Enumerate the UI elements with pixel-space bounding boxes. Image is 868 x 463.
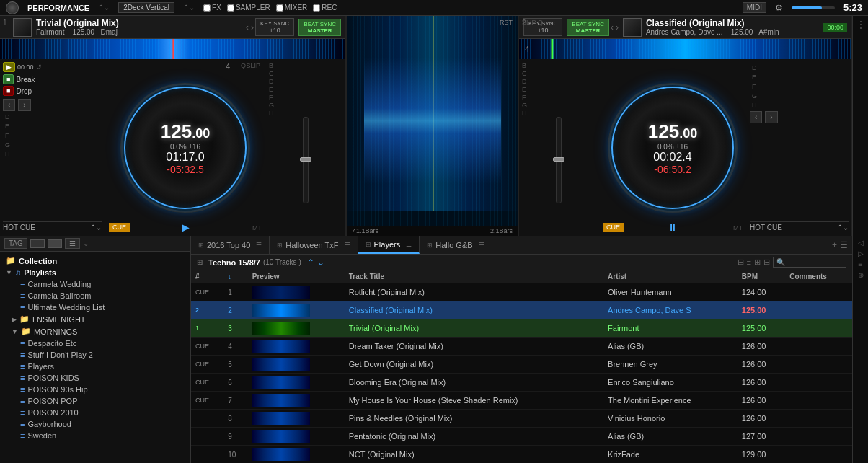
list-view-btn2[interactable]: ≡ bbox=[747, 258, 751, 267]
table-row[interactable]: CUE 1 Rotlicht (Original Mix) Oliver Hun… bbox=[191, 283, 852, 301]
deck2-hot-cue-arrows[interactable]: ⌃⌄ bbox=[837, 224, 849, 232]
deck1-cue1-btn[interactable]: ▶ bbox=[3, 62, 15, 72]
rs-icon2[interactable]: ▷ bbox=[858, 250, 864, 257]
gear-icon[interactable]: ⚙ bbox=[775, 3, 783, 13]
deck1-play-button[interactable]: ▶ bbox=[182, 221, 190, 233]
sidebar-item-gayborhood[interactable]: ≡ Gayborhood bbox=[0, 418, 190, 430]
volume-bar[interactable] bbox=[792, 6, 835, 9]
deck2-title: Classified (Original Mix) bbox=[646, 18, 824, 28]
sidebar-list-btn[interactable]: ☰ bbox=[65, 238, 80, 249]
table-row[interactable]: 10 NCT (Original Mix) KrizFade 129.00 bbox=[191, 446, 852, 464]
sidebar-item-carmela-wedding[interactable]: ≡ Carmela Wedding bbox=[0, 278, 190, 290]
row2-num: 2 bbox=[223, 301, 248, 319]
sidebar-item-carmela-ballroom[interactable]: ≡ Carmela Ballroom bbox=[0, 290, 190, 301]
deck1-break-cue[interactable]: ■ bbox=[3, 74, 14, 84]
deck1-nav-right[interactable]: › bbox=[18, 99, 30, 111]
list-view-btn1[interactable]: ⊟ bbox=[738, 257, 744, 267]
col-comments[interactable]: Comments bbox=[785, 270, 852, 283]
rst-label[interactable]: RST bbox=[500, 19, 513, 26]
deck1-next-arrow[interactable]: › bbox=[251, 22, 254, 32]
table-row[interactable]: CUE 4 Dream Taker (Original Mix) Alias (… bbox=[191, 338, 852, 356]
col-sort-arrow[interactable]: ↓ bbox=[223, 270, 248, 283]
row7-bpm: 126.00 bbox=[738, 392, 785, 410]
sidebar-item-poison-pop[interactable]: ≡ POISON POP bbox=[0, 395, 190, 407]
deck1-nav-left[interactable]: ‹ bbox=[3, 99, 15, 111]
sort-up-icon[interactable]: ⌃ bbox=[307, 257, 314, 268]
col-bpm[interactable]: BPM bbox=[738, 270, 785, 283]
deck2-prev-arrow[interactable]: ‹ bbox=[611, 22, 614, 32]
sidebar-item-mornings[interactable]: ▼ 📁 MORNINGS bbox=[0, 325, 190, 338]
sidebar-collection[interactable]: 📁 Collection bbox=[0, 255, 190, 267]
table-row[interactable]: CUE 5 Get Down (Original Mix) Brennen Gr… bbox=[191, 356, 852, 374]
col-title[interactable]: Track Title bbox=[345, 270, 603, 283]
deck1-prev-arrow[interactable]: ‹ bbox=[246, 22, 249, 32]
list-view-btn4[interactable]: ⊟ bbox=[763, 257, 770, 267]
deck-select-arrows[interactable]: ⌃⌄ bbox=[183, 4, 195, 12]
sidebar-item-players[interactable]: ≡ Players bbox=[0, 361, 190, 372]
table-row[interactable]: 9 Pentatonic (Original Mix) Alias (GB) 1… bbox=[191, 428, 852, 446]
fx-checkbox[interactable]: FX bbox=[203, 4, 221, 12]
tab-hallo-gb[interactable]: ⊞ Hallo G&B ☰ bbox=[420, 236, 492, 254]
deck2-nav-left[interactable]: ‹ bbox=[750, 111, 762, 123]
deck1-cue-button[interactable]: CUE bbox=[109, 223, 130, 232]
list-view-btn3[interactable]: ⊞ bbox=[754, 257, 761, 267]
midi-button[interactable]: MIDI bbox=[743, 2, 766, 13]
tabs-menu-btn[interactable]: ☰ bbox=[840, 240, 848, 250]
tabs-add-btn[interactable]: + bbox=[832, 240, 837, 250]
tab-halloween[interactable]: ⊞ Halloween TxF ☰ bbox=[270, 236, 358, 254]
deck2-nav-right[interactable]: › bbox=[765, 111, 777, 123]
row5-num: 5 bbox=[223, 356, 248, 374]
tab-players-close[interactable]: ☰ bbox=[406, 241, 412, 248]
search-input[interactable] bbox=[785, 258, 843, 266]
deck1-key-e: E bbox=[3, 122, 102, 131]
sidebar-item-poison-2010[interactable]: ≡ POISON 2010 bbox=[0, 407, 190, 418]
decks-sidebar-icon[interactable]: ⋮ bbox=[856, 19, 866, 30]
deck-select-label[interactable]: 2Deck Vertical bbox=[118, 2, 174, 13]
table-row[interactable]: 8 Pins & Needles (Original Mix) Vinicius… bbox=[191, 410, 852, 428]
sidebar-item-despacito[interactable]: ≡ Despacito Etc bbox=[0, 338, 190, 349]
deck1-beat-sync[interactable]: BEAT SYNC MASTER bbox=[298, 19, 341, 36]
rs-icon1[interactable]: ◁ bbox=[858, 239, 864, 247]
tab-halloween-close[interactable]: ☰ bbox=[345, 242, 350, 249]
mixer-checkbox[interactable]: MIXER bbox=[276, 4, 308, 12]
tab-hallo-close[interactable]: ☰ bbox=[479, 242, 484, 249]
table-row[interactable]: 2 2 Classified (Original Mix) Andres Cam… bbox=[191, 301, 852, 319]
deck2-beat-sync[interactable]: BEAT SYNC MASTER bbox=[567, 19, 609, 36]
deck1-hot-cue-arrows[interactable]: ⌃⌄ bbox=[90, 224, 102, 232]
deck2-pause-button[interactable]: ⏸ bbox=[668, 221, 678, 233]
sidebar-item-ultimate-wedding[interactable]: ≡ Ultimate Wedding List bbox=[0, 301, 190, 313]
deck2-cue-button[interactable]: CUE bbox=[603, 223, 624, 232]
sort-down-icon[interactable]: ⌄ bbox=[317, 257, 324, 268]
rs-icon3[interactable]: ≡ bbox=[859, 260, 863, 268]
deck2-platter[interactable]: 125.00 0.0% ±16 00:02.4 -06:50.2 bbox=[608, 83, 738, 213]
tab-players[interactable]: ⊞ Players ☰ bbox=[358, 236, 420, 254]
deck2-pitch-fader[interactable] bbox=[556, 117, 562, 203]
deck2-next-arrow[interactable]: › bbox=[616, 22, 619, 32]
sidebar-item-sweden[interactable]: ≡ Sweden bbox=[0, 430, 190, 441]
rec-checkbox[interactable]: REC bbox=[313, 4, 337, 12]
table-row[interactable]: 1 3 Trivial (Original Mix) Fairmont 125.… bbox=[191, 319, 852, 338]
deck1-key-sync[interactable]: KEY SYNC ±10 bbox=[255, 18, 294, 36]
sidebar-item-poison-kids[interactable]: ≡ POISON KIDS bbox=[0, 372, 190, 384]
deck1-drop-cue[interactable]: ■ bbox=[3, 86, 14, 96]
search-box[interactable]: 🔍 bbox=[773, 257, 846, 268]
deck1-pitch-fader[interactable] bbox=[303, 117, 309, 203]
deck1-platter[interactable]: 125.00 0.0% ±16 01:17.0 -05:32.5 bbox=[120, 83, 250, 213]
col-artist[interactable]: Artist bbox=[603, 270, 738, 283]
tab-2016-top40[interactable]: ⊞ 2016 Top 40 ☰ bbox=[191, 236, 270, 254]
performance-arrows[interactable]: ⌃⌄ bbox=[98, 4, 110, 12]
tab-2016-close[interactable]: ☰ bbox=[256, 242, 262, 249]
sidebar-item-lnsml[interactable]: ▶ 📁 LNSML NIGHT bbox=[0, 313, 190, 325]
sidebar-item-poison-90s[interactable]: ≡ POISON 90s Hip bbox=[0, 384, 190, 395]
sidebar-arrow[interactable]: ⌄ bbox=[83, 239, 89, 247]
sidebar-tag-btn[interactable]: TAG bbox=[4, 238, 27, 249]
sidebar-playlists[interactable]: ▼ ♫ Playlists bbox=[0, 267, 190, 278]
table-row[interactable]: CUE 7 My House Is Your House (Steve Shad… bbox=[191, 392, 852, 410]
performance-label[interactable]: PERFORMANCE bbox=[27, 4, 89, 12]
sampler-checkbox[interactable]: SAMPLER bbox=[227, 4, 270, 12]
row3-title: Trivial (Original Mix) bbox=[345, 319, 603, 338]
search-icon: 🔍 bbox=[776, 258, 785, 266]
rs-icon4[interactable]: ⊕ bbox=[858, 271, 864, 279]
table-row[interactable]: CUE 6 Blooming Era (Original Mix) Enrico… bbox=[191, 374, 852, 392]
sidebar-item-stuff[interactable]: ≡ Stuff I Don't Play 2 bbox=[0, 349, 190, 361]
